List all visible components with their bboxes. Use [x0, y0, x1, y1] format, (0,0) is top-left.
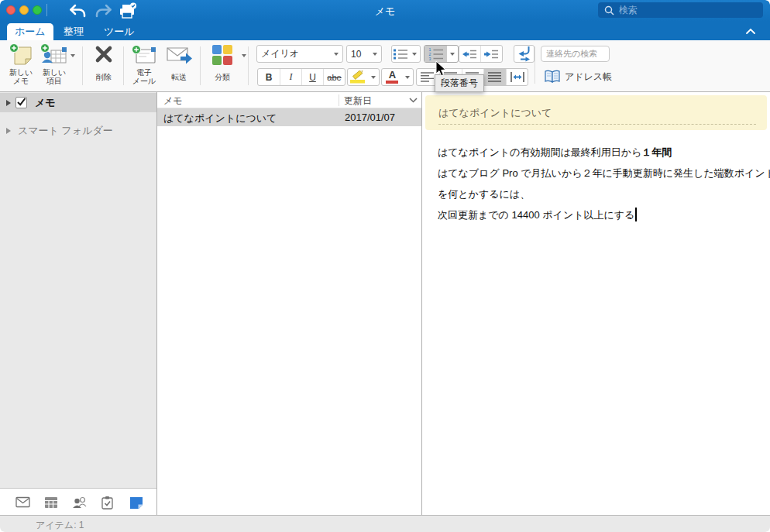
- forward-label: 転送: [162, 73, 196, 81]
- categorize-label: 分類: [206, 73, 239, 81]
- font-color-dropdown-icon[interactable]: [403, 69, 413, 85]
- decrease-indent-icon: [462, 49, 477, 60]
- distribute-button[interactable]: [506, 69, 528, 85]
- note-line: はてなポイントの有効期間は最終利用日から１年間: [438, 142, 766, 163]
- categorize-dropdown-icon[interactable]: [242, 54, 246, 57]
- column-title[interactable]: メモ: [163, 94, 183, 108]
- highlight-color-button[interactable]: [347, 68, 380, 86]
- strikethrough-button[interactable]: abe: [323, 69, 345, 85]
- forward-button[interactable]: 転送: [162, 43, 196, 81]
- new-note-label-1: 新しい: [5, 68, 37, 77]
- contact-search-input[interactable]: 連絡先の検索: [541, 46, 610, 62]
- ribbon-separator: [82, 46, 83, 85]
- indent-group: [459, 45, 503, 63]
- address-book-button[interactable]: アドレス帳: [544, 70, 612, 84]
- new-item-button[interactable]: 新しい項目: [38, 43, 70, 85]
- people-module-icon[interactable]: [72, 496, 88, 509]
- mouse-cursor: [435, 60, 447, 77]
- justify-icon: [488, 72, 502, 82]
- note-list-row[interactable]: はてなポイントについて 2017/01/07: [157, 108, 421, 126]
- search-icon: [604, 5, 614, 15]
- delete-label: 削除: [87, 73, 121, 81]
- note-title-divider: [438, 124, 756, 125]
- new-item-label-1: 新しい: [38, 68, 70, 77]
- sort-chevron-icon[interactable]: [409, 98, 418, 104]
- note-list-pane: メモ 更新日 はてなポイントについて 2017/01/07: [157, 92, 422, 515]
- checkmark-icon: [15, 96, 27, 108]
- font-size-select[interactable]: 10: [346, 45, 382, 63]
- column-separator[interactable]: [339, 94, 339, 106]
- align-left-icon: [421, 72, 435, 82]
- status-bar: アイテム: 1: [0, 515, 770, 532]
- highlight-color-dropdown-icon[interactable]: [369, 69, 379, 85]
- new-item-label-2: 項目: [38, 77, 70, 85]
- categorize-button[interactable]: 分類: [206, 43, 239, 81]
- justify-button[interactable]: [483, 69, 506, 85]
- main-area: メモ スマート フォルダー: [0, 92, 770, 515]
- font-name-dropdown-icon: [334, 53, 339, 56]
- underline-button[interactable]: U: [301, 69, 323, 85]
- paragraph-direction-button[interactable]: [514, 45, 535, 63]
- reading-pane: はてなポイントについて はてなポイントの有効期間は最終利用日から１年間はてなブロ…: [423, 92, 770, 515]
- increase-indent-icon: [484, 49, 499, 60]
- ribbon-separator: [200, 46, 201, 85]
- email-label-2: メール: [126, 77, 162, 85]
- search-input[interactable]: 検索: [598, 2, 763, 18]
- numbered-list-icon: 1 2 3: [428, 47, 444, 60]
- tab-organize[interactable]: 整理: [56, 23, 91, 40]
- new-note-label-2: メモ: [5, 77, 37, 85]
- module-switcher: [0, 488, 156, 515]
- list-header: メモ 更新日: [157, 92, 421, 108]
- sidebar: メモ スマート フォルダー: [0, 92, 157, 515]
- sidebar-folder-memo[interactable]: メモ: [0, 93, 156, 112]
- memo-checkbox[interactable]: [15, 97, 27, 108]
- ribbon-separator: [123, 46, 124, 85]
- note-header: はてなポイントについて: [425, 95, 767, 130]
- bullet-list-dropdown-icon[interactable]: [410, 46, 420, 62]
- search-placeholder: 検索: [619, 4, 638, 17]
- tasks-module-icon[interactable]: [101, 496, 114, 510]
- font-color-letter: A: [389, 70, 396, 80]
- contact-search-placeholder: 連絡先の検索: [546, 48, 597, 60]
- font-style-group: B I U abe: [257, 68, 345, 86]
- font-color-button[interactable]: A: [381, 68, 414, 86]
- note-row-date: 2017/01/07: [345, 112, 395, 123]
- italic-button[interactable]: I: [280, 69, 301, 85]
- tab-tools[interactable]: ツール: [96, 23, 143, 40]
- address-book-icon: [544, 70, 561, 84]
- outlook-notes-window: メモ 検索 ホーム 整理 ツール 新しいメモ: [0, 0, 770, 532]
- highlight-color-icon: [350, 70, 366, 84]
- email-label-1: 電子: [126, 68, 162, 77]
- increase-indent-button[interactable]: [480, 46, 502, 62]
- paragraph-direction-icon: [517, 46, 532, 62]
- email-button[interactable]: 電子メール: [126, 43, 162, 85]
- tooltip: 段落番号: [435, 74, 484, 92]
- disclosure-triangle-icon[interactable]: [6, 100, 11, 106]
- bold-button[interactable]: B: [258, 69, 280, 85]
- decrease-indent-button[interactable]: [459, 46, 480, 62]
- mail-module-icon[interactable]: [15, 496, 30, 509]
- numbered-list-dropdown-icon[interactable]: [447, 46, 458, 62]
- tab-home[interactable]: ホーム: [7, 23, 53, 40]
- text-caret: [635, 208, 637, 221]
- address-book-label: アドレス帳: [565, 70, 612, 84]
- ribbon-separator: [248, 46, 249, 85]
- new-note-button[interactable]: 新しいメモ: [5, 43, 37, 85]
- calendar-module-icon[interactable]: [44, 496, 58, 509]
- note-title: はてなポイントについて: [438, 106, 552, 120]
- bullet-list-button[interactable]: [391, 45, 421, 63]
- font-name-select[interactable]: メイリオ: [256, 45, 343, 63]
- collapse-ribbon-icon[interactable]: [745, 28, 756, 35]
- categorize-icon: [211, 44, 234, 66]
- note-body[interactable]: はてなポイントの有効期間は最終利用日から１年間はてなブログ Pro で月払いから…: [438, 142, 766, 225]
- new-item-dropdown-icon[interactable]: [70, 54, 75, 57]
- note-line: を何とかするには、: [438, 184, 766, 204]
- note-line: 次回更新までの 14400 ポイント以上にする: [438, 204, 766, 225]
- sidebar-memo-label: メモ: [35, 96, 56, 110]
- column-date[interactable]: 更新日: [344, 94, 372, 108]
- sidebar-smart-folders[interactable]: スマート フォルダー: [0, 122, 156, 140]
- notes-module-icon[interactable]: [129, 496, 144, 510]
- font-name-value: メイリオ: [261, 47, 334, 60]
- disclosure-triangle-icon[interactable]: [6, 128, 11, 134]
- delete-button[interactable]: 削除: [87, 43, 121, 81]
